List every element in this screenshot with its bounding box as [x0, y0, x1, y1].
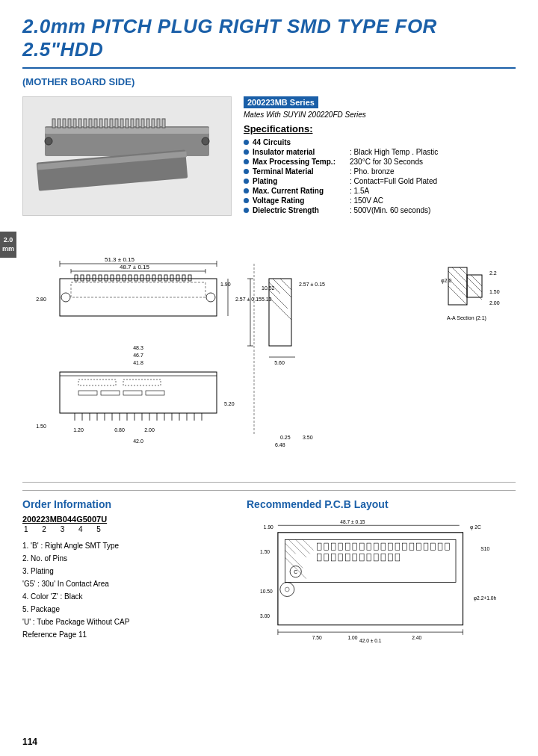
svg-rect-17: [131, 119, 134, 128]
svg-rect-155: [353, 543, 357, 551]
svg-rect-43: [99, 275, 102, 281]
svg-rect-4: [63, 119, 66, 128]
svg-rect-164: [417, 543, 421, 551]
svg-rect-175: [359, 554, 364, 562]
svg-rect-168: [445, 543, 450, 551]
svg-rect-49: [134, 275, 137, 281]
svg-line-147: [288, 540, 306, 558]
svg-rect-57: [182, 275, 185, 281]
order-info-title: Order Information: [22, 498, 232, 510]
svg-line-120: [448, 286, 467, 305]
order-item-4: 4. Color 'Z' : Black: [22, 590, 232, 603]
mates-with: Mates With SUYIN 200220FD Series: [244, 111, 516, 119]
svg-point-59: [61, 293, 70, 302]
spec-bullet: [244, 198, 249, 203]
svg-rect-53: [158, 275, 161, 281]
svg-rect-47: [123, 275, 126, 281]
svg-rect-158: [374, 543, 378, 551]
svg-rect-163: [409, 543, 414, 551]
order-items: 1. 'B' : Right Angle SMT Type 2. No. of …: [22, 539, 232, 641]
svg-point-143: [285, 588, 289, 592]
spec-value-5: : 150V AC: [350, 196, 516, 205]
svg-text:7.50: 7.50: [312, 635, 322, 640]
svg-text:41.8: 41.8: [133, 360, 143, 365]
spec-item-4: Max. Current Rating : 1.5A: [244, 187, 516, 195]
svg-text:48.3: 48.3: [133, 345, 143, 350]
svg-text:1.50: 1.50: [489, 289, 500, 294]
svg-text:1.50: 1.50: [260, 550, 270, 555]
order-item-0: 1. 'B' : Right Angle SMT Type: [22, 539, 232, 552]
svg-rect-15: [120, 119, 123, 128]
svg-line-111: [280, 279, 291, 290]
svg-text:51.3 ± 0.15: 51.3 ± 0.15: [105, 256, 135, 263]
svg-text:1.50: 1.50: [36, 424, 46, 429]
svg-rect-14: [115, 119, 118, 128]
svg-rect-54: [164, 275, 167, 281]
spec-value-3: : Contact=Full Gold Plated: [350, 177, 516, 185]
svg-rect-176: [367, 554, 371, 562]
svg-text:5.13: 5.13: [262, 297, 272, 302]
svg-text:A-A Section (2:1): A-A Section (2:1): [447, 315, 486, 321]
svg-rect-51: [146, 275, 149, 281]
svg-rect-170: [324, 554, 329, 562]
order-item-2: 3. Plating: [22, 565, 232, 577]
svg-rect-68: [60, 372, 217, 413]
spec-label-0: Insulator material: [253, 148, 350, 156]
svg-rect-22: [157, 119, 160, 128]
svg-rect-172: [338, 554, 343, 562]
order-item-7: Reference Page 11: [22, 628, 232, 641]
svg-text:φ 2C: φ 2C: [470, 524, 481, 530]
svg-rect-3: [58, 119, 61, 128]
svg-rect-7: [78, 119, 81, 128]
svg-rect-73: [123, 391, 142, 395]
svg-rect-13: [110, 119, 113, 128]
spec-label-4: Max. Current Rating: [253, 187, 350, 195]
svg-rect-45: [111, 275, 114, 281]
svg-rect-1: [45, 128, 209, 134]
svg-rect-169: [317, 554, 321, 562]
svg-text:3.00: 3.00: [260, 613, 270, 619]
spec-bullet: [244, 208, 249, 213]
spec-value-6: : 500V(Min. 60 seconds): [350, 206, 516, 214]
svg-point-142: [280, 583, 294, 597]
page-subtitle: (MOTHER BOARD SIDE): [22, 76, 516, 87]
svg-rect-162: [403, 543, 407, 551]
svg-text:2.00: 2.00: [144, 427, 155, 433]
svg-rect-165: [424, 543, 428, 551]
pcb-layout: Recommended P.C.B Layout 1.90 48.7 ± 0.1…: [247, 498, 516, 666]
svg-rect-72: [101, 391, 120, 395]
svg-line-109: [269, 297, 291, 320]
svg-rect-18: [136, 119, 139, 128]
svg-text:1.00: 1.00: [347, 635, 357, 640]
specs-area: 200223MB Series Mates With SUYIN 200220F…: [244, 96, 516, 216]
svg-rect-74: [146, 391, 164, 395]
svg-line-146: [285, 558, 306, 580]
svg-rect-154: [345, 543, 350, 551]
svg-text:C: C: [294, 569, 297, 574]
svg-rect-39: [75, 275, 78, 281]
svg-line-122: [460, 267, 467, 275]
svg-rect-8: [84, 119, 87, 128]
svg-rect-46: [117, 275, 120, 281]
svg-line-108: [269, 290, 288, 309]
spec-bullet: [244, 179, 249, 184]
svg-rect-48: [129, 275, 132, 281]
series-badge: 200223MB Series: [244, 96, 318, 108]
svg-line-144: [285, 543, 295, 554]
bottom-section: Order Information 200223MB044G5007U 1 2 …: [22, 490, 516, 666]
svg-rect-50: [140, 275, 143, 281]
page-number: 114: [22, 737, 37, 747]
svg-rect-167: [438, 543, 442, 551]
side-label: 2.0mm: [0, 232, 16, 258]
svg-rect-171: [331, 554, 336, 562]
svg-text:S10: S10: [480, 546, 489, 551]
spec-bullet: [244, 140, 249, 145]
svg-text:48.7 ± 0.15: 48.7 ± 0.15: [340, 520, 365, 525]
spec-item-5: Voltage Rating : 150V AC: [244, 196, 516, 205]
specs-title: Specifications:: [244, 123, 516, 134]
svg-rect-156: [359, 543, 364, 551]
order-info: Order Information 200223MB044G5007U 1 2 …: [22, 498, 232, 666]
order-item-1: 2. No. of Pins: [22, 552, 232, 565]
spec-bullet: [244, 169, 249, 174]
svg-rect-20: [146, 119, 149, 128]
